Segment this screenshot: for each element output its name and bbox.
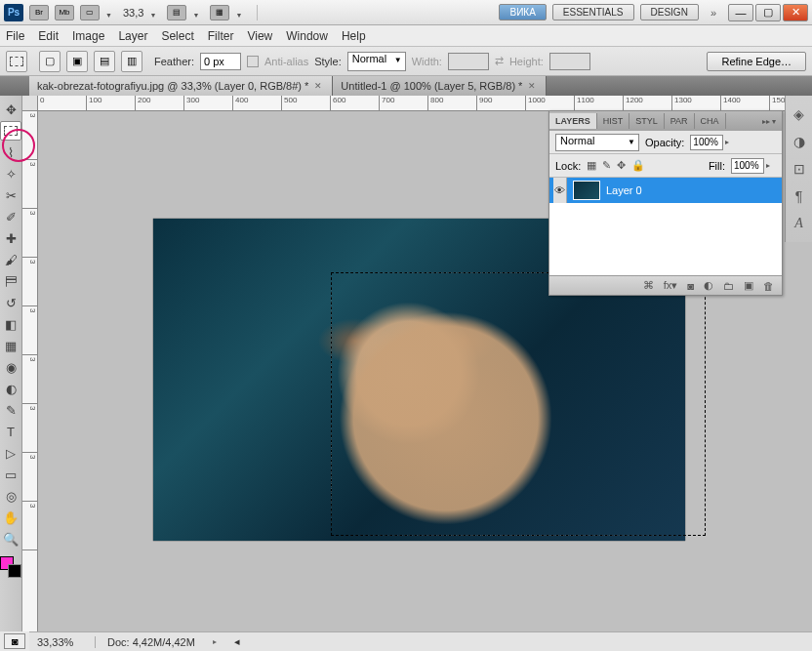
status-menu-icon[interactable]: ▸	[213, 637, 217, 646]
gradient-tool[interactable]: ▦	[0, 336, 21, 355]
quickmask-icon[interactable]: ◙	[4, 633, 25, 649]
status-zoom[interactable]: 33,33%	[37, 636, 96, 648]
tab-history[interactable]: HIST	[597, 113, 630, 129]
menu-help[interactable]: Help	[342, 29, 366, 43]
screen-mode-icon[interactable]: ▭	[80, 5, 100, 20]
sel-add-icon[interactable]: ▣	[66, 51, 88, 72]
dodge-tool[interactable]: ◐	[0, 379, 21, 398]
lock-all-icon[interactable]: 🔒	[631, 159, 645, 172]
sel-intersect-icon[interactable]: ▥	[121, 51, 142, 72]
style-select[interactable]: Normal	[347, 52, 406, 71]
chevron-right-icon[interactable]: ▸	[766, 161, 776, 170]
3d-tool[interactable]: ◎	[0, 486, 21, 506]
path-tool[interactable]: ▷	[0, 443, 21, 463]
layer-thumbnail[interactable]	[573, 181, 600, 200]
adjustment-layer-icon[interactable]: ◐	[704, 279, 713, 292]
refine-edge-button[interactable]: Refine Edge…	[707, 52, 806, 71]
menu-file[interactable]: File	[6, 29, 24, 43]
fx-icon[interactable]: fx▾	[664, 279, 678, 292]
extras-icon[interactable]: ▦	[210, 5, 229, 20]
layer-row[interactable]: 👁 Layer 0	[549, 178, 782, 203]
crop-tool[interactable]: ✂	[0, 185, 21, 205]
blend-mode-select[interactable]: Normal	[555, 134, 639, 151]
bridge-button[interactable]: Br	[29, 5, 49, 20]
history-brush-tool[interactable]: ↺	[0, 293, 21, 312]
mask-icon[interactable]: ◙	[687, 280, 694, 292]
delete-layer-icon[interactable]: 🗑	[763, 280, 774, 292]
eyedropper-tool[interactable]: ✐	[0, 207, 21, 226]
eraser-tool[interactable]: ◧	[0, 314, 21, 334]
fill-input[interactable]	[731, 158, 764, 174]
workspace-vika[interactable]: ВИКА	[499, 4, 546, 20]
workspace-essentials[interactable]: ESSENTIALS	[552, 4, 634, 20]
shape-tool[interactable]: ▭	[0, 465, 21, 484]
panel-tabs: LAYERS HIST STYL PAR CHA ▸▸ ▾	[549, 111, 782, 131]
hand-tool[interactable]: ✋	[0, 508, 21, 527]
marquee-tool[interactable]	[0, 121, 21, 141]
chevron-down-icon[interactable]	[105, 8, 117, 18]
background-swatch[interactable]	[8, 564, 21, 578]
blur-tool[interactable]: ◉	[0, 357, 21, 377]
tool-preset-icon[interactable]	[6, 51, 27, 72]
menu-window[interactable]: Window	[286, 29, 328, 43]
lock-paint-icon[interactable]: ✎	[602, 159, 611, 172]
maximize-button[interactable]: ▢	[755, 4, 781, 21]
brush-tool[interactable]: 🖌	[0, 250, 21, 269]
menu-view[interactable]: View	[247, 29, 272, 43]
paths-panel-icon[interactable]: ⊡	[791, 160, 808, 178]
close-button[interactable]: ✕	[783, 4, 808, 21]
character-panel-icon[interactable]: A	[791, 215, 808, 232]
scroll-left-icon[interactable]: ◂	[234, 635, 240, 648]
more-workspaces-icon[interactable]: »	[705, 7, 722, 19]
group-icon[interactable]: 🗀	[723, 280, 734, 292]
tab-layers[interactable]: LAYERS	[549, 113, 597, 129]
zoom-tool[interactable]: 🔍	[0, 529, 21, 549]
tab-styles[interactable]: STYL	[629, 113, 665, 129]
zoom-level[interactable]: 33,3	[123, 7, 143, 19]
tab-character[interactable]: CHA	[695, 113, 726, 129]
wand-tool[interactable]: ✧	[0, 164, 21, 183]
chevron-down-icon[interactable]	[235, 8, 247, 18]
menu-select[interactable]: Select	[161, 29, 193, 43]
chevron-right-icon[interactable]: ▸	[725, 138, 735, 146]
antialias-checkbox	[247, 56, 259, 67]
visibility-icon[interactable]: 👁	[553, 178, 567, 203]
menu-edit[interactable]: Edit	[38, 29, 59, 43]
opacity-input[interactable]	[690, 135, 723, 150]
minimize-button[interactable]: —	[728, 4, 753, 21]
heal-tool[interactable]: ✚	[0, 228, 21, 248]
chevron-down-icon[interactable]	[192, 8, 204, 18]
workspace-design[interactable]: DESIGN	[640, 4, 699, 20]
move-tool[interactable]: ✥	[0, 100, 21, 119]
arrange-icon[interactable]: ▤	[167, 5, 186, 20]
adjustments-panel-icon[interactable]: ◑	[791, 133, 808, 150]
panel-menu-icon[interactable]: ▸▸ ▾	[756, 117, 782, 126]
layers-panel-icon[interactable]: ◈	[791, 105, 808, 123]
color-swatches[interactable]	[0, 556, 21, 578]
doc-tab-1[interactable]: kak-obrezat-fotografiyu.jpg @ 33,3% (Lay…	[29, 76, 333, 96]
type-tool[interactable]: T	[0, 422, 21, 441]
height-input	[549, 53, 590, 70]
doc-tab-2[interactable]: Untitled-1 @ 100% (Layer 5, RGB/8) * ✕	[333, 76, 547, 96]
feather-input[interactable]	[200, 53, 241, 70]
link-layers-icon[interactable]: ⌘	[643, 279, 654, 292]
menu-layer[interactable]: Layer	[118, 29, 147, 43]
width-label: Width:	[412, 56, 442, 67]
sel-subtract-icon[interactable]: ▤	[94, 51, 115, 72]
new-layer-icon[interactable]: ▣	[744, 279, 753, 292]
pen-tool[interactable]: ✎	[0, 400, 21, 420]
chevron-down-icon[interactable]	[149, 8, 161, 18]
tab-paragraph[interactable]: PAR	[665, 113, 695, 129]
close-tab-icon[interactable]: ✕	[314, 81, 324, 91]
minibridge-button[interactable]: Mb	[55, 5, 74, 20]
sel-new-icon[interactable]: ▢	[39, 51, 61, 72]
menu-filter[interactable]: Filter	[208, 29, 234, 43]
stamp-tool[interactable]: ⛿	[0, 271, 21, 291]
doc-tab-title: Untitled-1 @ 100% (Layer 5, RGB/8) *	[341, 80, 522, 92]
menu-image[interactable]: Image	[72, 29, 104, 43]
lock-move-icon[interactable]: ✥	[617, 159, 626, 172]
close-tab-icon[interactable]: ✕	[528, 81, 538, 91]
paragraph-panel-icon[interactable]: ¶	[791, 187, 808, 205]
lock-transparent-icon[interactable]: ▦	[587, 159, 596, 172]
lasso-tool[interactable]: ⌇	[0, 142, 21, 162]
